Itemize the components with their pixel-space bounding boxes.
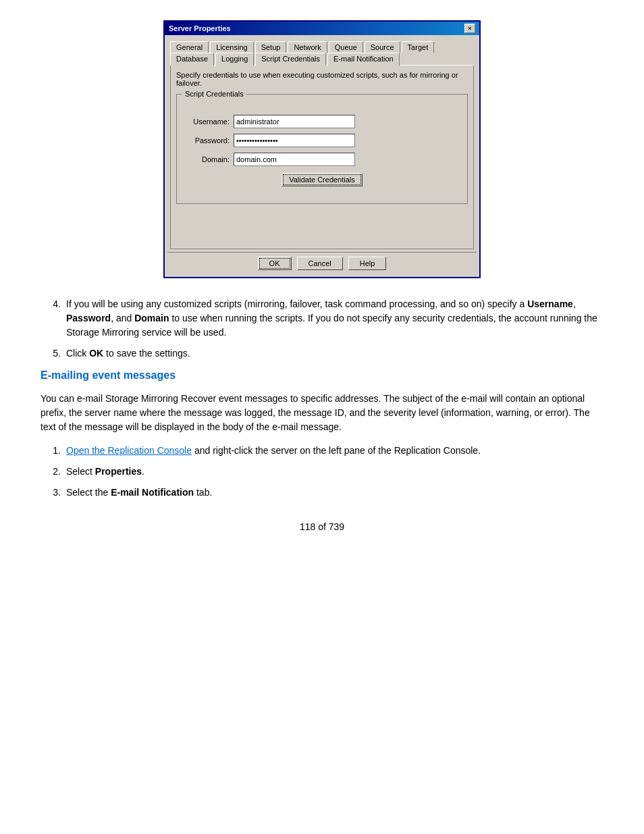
sub3-bold: E-mail Notification: [111, 487, 194, 498]
sub-text-2: Select Properties.: [66, 465, 603, 479]
tab-target[interactable]: Target: [402, 41, 435, 53]
sub2-post: .: [142, 466, 144, 477]
username-input[interactable]: [234, 115, 355, 128]
section-heading-email: E-mailing event messages: [41, 367, 603, 384]
list5-pre: Click: [66, 348, 89, 359]
sub3-pre: Select the: [66, 487, 111, 498]
tab-content: Specify credentials to use when executin…: [170, 65, 474, 249]
validate-btn-wrapper: Validate Credentials: [182, 173, 462, 186]
tab-licensing[interactable]: Licensing: [210, 41, 253, 53]
tab-email-notification[interactable]: E-mail Notification: [327, 53, 400, 66]
sub-list: 1. Open the Replication Console and righ…: [41, 444, 603, 500]
doc-content: 4. If you will be using any customized s…: [41, 297, 603, 534]
list-num-5: 5.: [41, 346, 61, 361]
description-text: Specify credentials to use when executin…: [176, 71, 468, 87]
password-row: Password:: [182, 134, 462, 147]
group-box-label: Script Credentials: [182, 90, 246, 98]
tab-database[interactable]: Database: [170, 53, 214, 66]
list4-mid1: ,: [573, 298, 576, 309]
section-para-email: You can e-mail Storage Mirroring Recover…: [41, 392, 603, 434]
list-num-4: 4.: [41, 297, 61, 311]
ok-button[interactable]: OK: [258, 257, 292, 270]
tab-row-1: General Licensing Setup Network Queue So…: [167, 38, 477, 52]
sub-num-3: 3.: [41, 486, 61, 500]
sub3-post: tab.: [194, 487, 212, 498]
dialog-body: General Licensing Setup Network Queue So…: [165, 35, 479, 277]
dialog-footer: OK Cancel Help: [167, 252, 477, 274]
tab-source[interactable]: Source: [365, 41, 400, 53]
dialog-wrapper: Server Properties × General Licensing Se…: [41, 20, 603, 278]
doc-list: 4. If you will be using any customized s…: [41, 297, 603, 361]
tab-network[interactable]: Network: [288, 41, 327, 53]
help-button[interactable]: Help: [348, 257, 387, 270]
password-label: Password:: [182, 136, 230, 145]
list4-mid2: , and: [111, 313, 134, 323]
titlebar-buttons: ×: [464, 24, 475, 33]
list4-bold2: Password: [66, 313, 111, 323]
password-input[interactable]: [234, 134, 355, 147]
list4-bold1: Username: [527, 298, 573, 309]
list-item-5: 5. Click OK to save the settings.: [41, 346, 603, 361]
list4-bold3: Domain: [134, 313, 169, 323]
sub2-bold: Properties: [95, 466, 142, 477]
server-properties-dialog: Server Properties × General Licensing Se…: [163, 20, 481, 278]
sub-item-2: 2. Select Properties.: [41, 465, 603, 479]
username-row: Username:: [182, 115, 462, 128]
script-credentials-group: Script Credentials Username: Password: D…: [176, 94, 468, 204]
page-number: 118 of 739: [41, 520, 603, 534]
domain-input[interactable]: [234, 153, 355, 166]
dialog-title: Server Properties: [169, 24, 231, 32]
list-item-4: 4. If you will be using any customized s…: [41, 297, 603, 340]
sub-num-1: 1.: [41, 444, 61, 458]
list-text-4: If you will be using any customized scri…: [66, 297, 603, 340]
domain-row: Domain:: [182, 153, 462, 166]
close-button[interactable]: ×: [464, 24, 475, 33]
tab-general[interactable]: General: [170, 41, 209, 53]
tab-setup[interactable]: Setup: [255, 41, 287, 53]
list-text-5: Click OK to save the settings.: [66, 346, 603, 361]
tab-script-credentials[interactable]: Script Credentials: [255, 53, 326, 66]
validate-credentials-button[interactable]: Validate Credentials: [281, 173, 363, 186]
list5-bold: OK: [89, 348, 103, 359]
sub-text-3: Select the E-mail Notification tab.: [66, 486, 603, 500]
sub1-post: and right-click the server on the left p…: [192, 445, 481, 456]
list5-post: to save the settings.: [103, 348, 190, 359]
list4-pre: If you will be using any customized scri…: [66, 298, 527, 309]
sub-item-3: 3. Select the E-mail Notification tab.: [41, 486, 603, 500]
sub2-pre: Select: [66, 466, 95, 477]
domain-label: Domain:: [182, 155, 230, 163]
username-label: Username:: [182, 118, 230, 126]
tab-queue[interactable]: Queue: [329, 41, 363, 53]
dialog-titlebar: Server Properties ×: [165, 22, 479, 35]
tab-logging[interactable]: Logging: [215, 53, 254, 66]
sub-text-1: Open the Replication Console and right-c…: [66, 444, 603, 458]
tab-row-2: Database Logging Script Credentials E-ma…: [167, 52, 477, 65]
replication-console-link[interactable]: Open the Replication Console: [66, 445, 192, 456]
cancel-button[interactable]: Cancel: [297, 257, 343, 270]
sub-num-2: 2.: [41, 465, 61, 479]
sub-item-1: 1. Open the Replication Console and righ…: [41, 444, 603, 458]
